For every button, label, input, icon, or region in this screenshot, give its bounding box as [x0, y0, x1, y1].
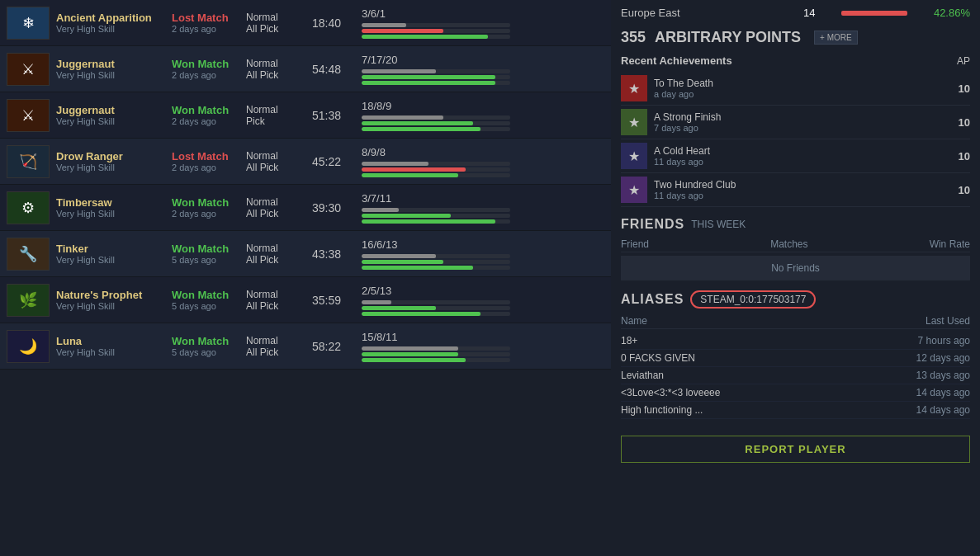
aliases-list: 18+ 7 hours ago 0 FACKS GIVEN 12 days ag… [621, 332, 970, 419]
table-row[interactable]: 🏹 Drow Ranger Very High Skill Lost Match… [0, 139, 611, 185]
hero-thumbnail: 🏹 [7, 145, 50, 178]
hero-thumbnail: 🔧 [7, 238, 50, 271]
bar-fill-2 [362, 167, 466, 172]
match-pick-type: All Pick [246, 346, 312, 358]
table-row[interactable]: ⚔ Juggernaut Very High Skill Won Match 2… [0, 92, 611, 139]
hero-thumbnail: ❄ [7, 7, 50, 40]
match-result: Won Match 5 days ago [172, 289, 246, 311]
match-duration: 43:38 [312, 247, 362, 261]
hero-thumbnail: ⚔ [7, 99, 50, 132]
achievements-list: ★ To The Death a day ago 10 ★ A Strong F… [621, 72, 970, 207]
match-time-ago: 5 days ago [172, 301, 246, 311]
bar-track-1 [362, 162, 510, 166]
match-kda-area: 8/9/8 [362, 146, 604, 177]
bar-track-3 [362, 358, 510, 362]
hero-name: Timbersaw [56, 196, 172, 209]
matches-label: Matches [770, 238, 807, 250]
achievement-name: A Cold Heart [654, 145, 959, 157]
achievement-item: ★ A Cold Heart 11 days ago 10 [621, 139, 970, 173]
match-mode-type: Normal [246, 289, 312, 300]
right-panel: Europe East 14 42.86% 355 ARBITRARY POIN… [611, 0, 980, 556]
friend-label: Friend [621, 238, 649, 250]
match-kda: 3/6/1 [362, 7, 604, 20]
bar-fill-1 [362, 69, 436, 73]
bar-track-3 [362, 127, 510, 131]
achievement-name: To The Death [654, 78, 959, 89]
alias-last-used: 13 days ago [916, 370, 970, 381]
bar-track-1 [362, 346, 510, 351]
table-row[interactable]: 🌿 Nature's Prophet Very High Skill Won M… [0, 277, 611, 323]
bar-track-3 [362, 266, 510, 270]
bar-fill-3 [362, 127, 481, 131]
bar-track-2 [362, 121, 510, 125]
match-outcome: Won Match [172, 335, 246, 347]
server-win-rate: 42.86% [921, 7, 970, 19]
match-duration: 51:38 [312, 109, 362, 122]
bar-track-1 [362, 254, 510, 258]
achievement-ap: 10 [959, 82, 970, 95]
hero-info: Tinker Very High Skill [56, 243, 172, 265]
bar-track-3 [362, 173, 510, 177]
hero-info: Drow Ranger Very High Skill [56, 150, 172, 172]
table-row[interactable]: 🔧 Tinker Very High Skill Won Match 5 day… [0, 231, 611, 277]
match-mode-type: Normal [246, 12, 312, 23]
match-kda: 2/5/13 [362, 285, 604, 297]
bar-fill-3 [362, 35, 488, 39]
bar-fill-3 [362, 173, 458, 177]
match-kda-area: 15/8/11 [362, 331, 604, 362]
achievements-title: Recent Achievements [621, 54, 732, 67]
report-player-button[interactable]: REPORT PLAYER [621, 436, 970, 463]
match-time-ago: 2 days ago [172, 209, 246, 219]
hero-thumbnail: 🌿 [7, 284, 50, 317]
match-mode-type: Normal [246, 150, 312, 162]
hero-info: Timbersaw Very High Skill [56, 196, 172, 219]
hero-thumbnail: ⚔ [7, 53, 50, 86]
bar-track-3 [362, 312, 510, 316]
hero-info: Luna Very High Skill [56, 335, 172, 357]
steam-id-badge: STEAM_0:0:177503177 [690, 290, 816, 309]
bar-track-2 [362, 306, 510, 310]
table-row[interactable]: 🌙 Luna Very High Skill Won Match 5 days … [0, 323, 611, 370]
match-mode: Normal All Pick [246, 58, 312, 81]
alias-last-used: 14 days ago [916, 404, 970, 416]
aliases-title-row: ALIASES STEAM_0:0:177503177 [621, 290, 970, 309]
hero-skill: Very High Skill [56, 163, 172, 172]
table-row[interactable]: ⚔ Juggernaut Very High Skill Won Match 2… [0, 46, 611, 92]
bar-fill-1 [362, 162, 428, 166]
match-duration: 39:30 [312, 201, 362, 214]
bar-fill-1 [362, 208, 399, 212]
match-mode: Normal All Pick [246, 196, 312, 219]
match-kda-area: 2/5/13 [362, 285, 604, 316]
bar-fill-3 [362, 81, 495, 85]
match-outcome: Lost Match [172, 12, 246, 24]
achievement-item: ★ To The Death a day ago 10 [621, 72, 970, 106]
friends-title-row: FRIENDS THIS WEEK [621, 217, 970, 232]
table-row[interactable]: ❄ Ancient Apparition Very High Skill Los… [0, 0, 611, 46]
match-kda-area: 18/8/9 [362, 100, 604, 131]
match-duration: 18:40 [312, 16, 362, 30]
hero-skill: Very High Skill [56, 347, 172, 357]
match-result: Won Match 2 days ago [172, 196, 246, 219]
bar-track-2 [362, 260, 510, 264]
arbitrary-row: 355 ARBITRARY POINTS + MORE [621, 29, 970, 46]
match-kda-area: 7/17/20 [362, 54, 604, 85]
achievement-item: ★ Two Hundred Club 11 days ago 10 [621, 173, 970, 207]
bar-fill-2 [362, 121, 473, 125]
match-pick-type: All Pick [246, 162, 312, 173]
hero-info: Nature's Prophet Very High Skill [56, 289, 172, 311]
bar-fill-2 [362, 214, 451, 218]
bar-track-3 [362, 35, 510, 39]
hero-skill: Very High Skill [56, 255, 172, 265]
no-friends: No Friends [621, 256, 970, 280]
table-row[interactable]: ⚙ Timbersaw Very High Skill Won Match 2 … [0, 185, 611, 231]
match-outcome: Won Match [172, 196, 246, 209]
bar-fill-2 [362, 260, 443, 264]
match-pick-type: All Pick [246, 69, 312, 81]
match-bars [362, 300, 604, 316]
hero-thumbnail: 🌙 [7, 330, 50, 363]
match-time-ago: 5 days ago [172, 347, 246, 357]
bar-track-1 [362, 300, 510, 304]
ap-label: AP [957, 55, 970, 67]
more-button[interactable]: + MORE [814, 31, 858, 45]
match-outcome: Won Match [172, 58, 246, 70]
